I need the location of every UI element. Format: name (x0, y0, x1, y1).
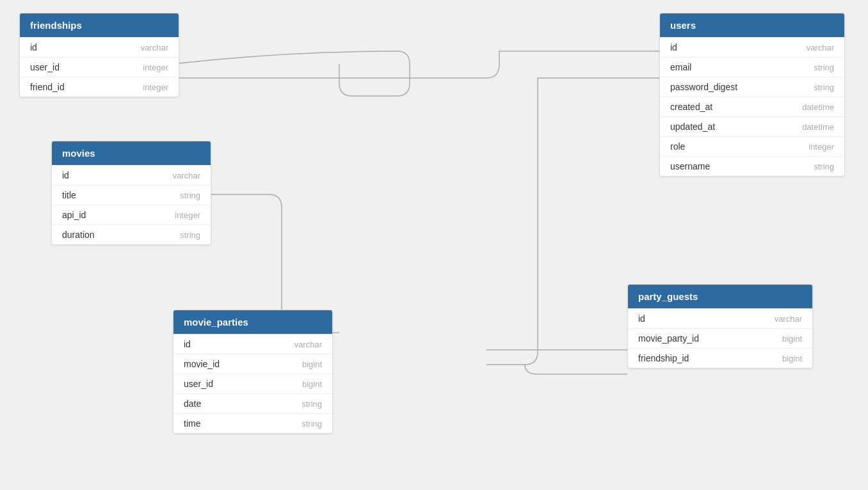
table-row: api_id integer (52, 205, 211, 225)
col-name: password_digest (670, 82, 737, 92)
col-name: user_id (184, 379, 213, 389)
col-type: varchar (775, 314, 802, 324)
table-row: password_digest string (660, 77, 844, 97)
table-title-users: users (670, 20, 696, 31)
col-type: string (180, 230, 200, 240)
table-row: id varchar (52, 165, 211, 185)
table-title-friendships: friendships (30, 20, 82, 31)
table-row: created_at datetime (660, 97, 844, 116)
col-type: bigint (782, 334, 802, 344)
table-title-movies: movies (62, 148, 95, 159)
col-type: string (180, 191, 200, 200)
col-name: id (62, 170, 69, 180)
col-type: integer (808, 142, 834, 152)
col-name: date (184, 399, 201, 409)
table-party-guests: party_guests id varchar movie_party_id b… (627, 284, 813, 368)
col-name: friend_id (30, 82, 65, 92)
col-type: string (301, 419, 322, 429)
table-header-movies: movies (52, 141, 211, 165)
col-name: username (670, 161, 710, 171)
col-type: integer (143, 63, 168, 72)
table-row: user_id integer (20, 57, 179, 77)
table-row: duration string (52, 225, 211, 244)
table-header-movie-parties: movie_parties (173, 310, 332, 334)
col-name: time (184, 418, 200, 429)
col-name: id (670, 42, 677, 52)
col-name: id (184, 339, 191, 349)
db-canvas: friendships id varchar user_id integer f… (0, 0, 868, 490)
table-row: id varchar (660, 37, 844, 57)
col-type: string (814, 63, 834, 72)
col-name: duration (62, 230, 95, 240)
col-name: created_at (670, 102, 712, 112)
col-type: bigint (302, 379, 322, 389)
table-title-movie-parties: movie_parties (184, 317, 248, 328)
col-type: bigint (782, 354, 802, 363)
col-type: varchar (807, 43, 834, 52)
table-row: movie_id bigint (173, 354, 332, 374)
table-row: username string (660, 156, 844, 176)
col-type: varchar (173, 171, 200, 180)
col-name: email (670, 62, 691, 72)
col-type: datetime (802, 122, 834, 132)
table-row: updated_at datetime (660, 116, 844, 136)
table-movies: movies id varchar title string api_id in… (51, 141, 211, 245)
table-row: movie_party_id bigint (628, 328, 812, 348)
table-row: time string (173, 413, 332, 433)
table-row: friendship_id bigint (628, 348, 812, 368)
col-type: datetime (802, 102, 834, 112)
table-title-party-guests: party_guests (638, 291, 698, 302)
col-name: id (30, 42, 37, 52)
col-type: string (301, 399, 322, 409)
table-row: id varchar (173, 334, 332, 354)
col-type: string (814, 83, 834, 92)
table-row: user_id bigint (173, 374, 332, 393)
col-name: title (62, 190, 76, 200)
col-type: integer (143, 83, 168, 92)
table-header-users: users (660, 13, 844, 37)
col-name: friendship_id (638, 353, 689, 363)
table-friendships: friendships id varchar user_id integer f… (19, 13, 179, 97)
table-movie-parties: movie_parties id varchar movie_id bigint… (173, 310, 333, 434)
col-type: varchar (141, 43, 168, 52)
table-row: role integer (660, 136, 844, 156)
col-name: user_id (30, 62, 60, 72)
table-row: id varchar (20, 37, 179, 57)
table-header-party-guests: party_guests (628, 285, 812, 308)
table-row: email string (660, 57, 844, 77)
table-row: date string (173, 393, 332, 413)
col-name: movie_id (184, 359, 220, 369)
col-type: integer (175, 210, 200, 220)
col-type: bigint (302, 360, 322, 369)
table-header-friendships: friendships (20, 13, 179, 37)
col-type: varchar (294, 340, 322, 349)
col-name: api_id (62, 210, 86, 220)
table-users: users id varchar email string password_d… (659, 13, 845, 177)
table-row: id varchar (628, 308, 812, 328)
table-row: friend_id integer (20, 77, 179, 97)
col-type: string (814, 162, 834, 171)
col-name: movie_party_id (638, 333, 699, 344)
col-name: id (638, 313, 645, 324)
col-name: role (670, 141, 685, 152)
table-row: title string (52, 185, 211, 205)
col-name: updated_at (670, 122, 715, 132)
